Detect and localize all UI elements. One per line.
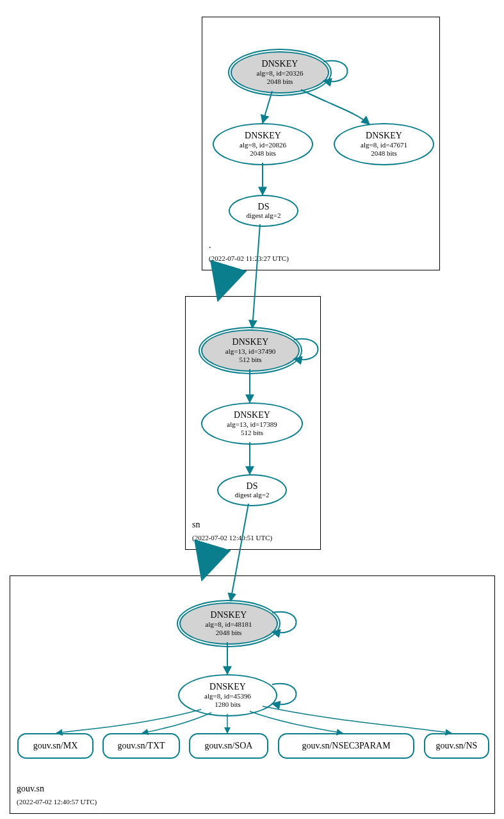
zone-sn-timestamp: (2022-07-02 12:40:51 UTC) <box>192 534 272 542</box>
node-sub: 512 bits <box>239 356 261 364</box>
node-rr-nsec3param: gouv.sn/NSEC3PARAM <box>278 733 414 759</box>
node-title: DS <box>258 202 270 211</box>
node-gouv-ksk: DNSKEY alg=8, id=48181 2048 bits <box>179 602 278 645</box>
node-title: DNSKEY <box>211 610 247 620</box>
node-root-ds: DS digest alg=2 <box>229 195 298 227</box>
rr-label: gouv.sn/TXT <box>117 741 165 750</box>
node-sub: 2048 bits <box>216 629 242 637</box>
node-rr-soa: gouv.sn/SOA <box>189 733 268 759</box>
node-title: DNSKEY <box>234 410 270 420</box>
node-sub: 512 bits <box>241 429 263 437</box>
zone-sn-name: sn <box>192 520 200 530</box>
node-title: DNSKEY <box>262 59 298 69</box>
node-sn-zsk: DNSKEY alg=13, id=17389 512 bits <box>201 402 303 445</box>
node-title: DNSKEY <box>232 337 269 347</box>
node-rr-mx: gouv.sn/MX <box>17 733 93 759</box>
node-gouv-zsk: DNSKEY alg=8, id=45396 1280 bits <box>178 674 277 716</box>
node-sub: alg=8, id=20826 <box>240 141 286 149</box>
node-sn-ds: DS digest alg=2 <box>217 474 287 506</box>
node-sub: alg=8, id=45396 <box>204 692 251 700</box>
node-rr-ns: gouv.sn/NS <box>424 733 489 759</box>
zone-gouv-name: gouv.sn <box>17 784 44 794</box>
node-sub: alg=13, id=17389 <box>227 420 277 429</box>
node-title: DNSKEY <box>366 131 402 140</box>
edge-root-to-sn-delegation <box>220 269 227 295</box>
zone-root-timestamp: (2022-07-02 11:23:27 UTC) <box>209 254 289 262</box>
node-sub: alg=8, id=20326 <box>257 69 304 78</box>
rr-label: gouv.sn/MX <box>33 741 78 750</box>
node-root-ksk: DNSKEY alg=8, id=20326 2048 bits <box>231 51 329 94</box>
node-sub: 2048 bits <box>250 149 276 158</box>
rr-label: gouv.sn/SOA <box>205 741 253 750</box>
node-title: DNSKEY <box>209 682 246 691</box>
rr-label: gouv.sn/NSEC3PARAM <box>302 741 390 750</box>
node-title: DNSKEY <box>245 131 281 140</box>
node-sub: 2048 bits <box>267 78 293 86</box>
node-sub: alg=13, id=37490 <box>225 347 275 356</box>
edge-sn-to-gouv-delegation <box>204 549 211 574</box>
rr-label: gouv.sn/NS <box>436 741 478 750</box>
node-sub: 2048 bits <box>371 149 397 158</box>
node-rr-txt: gouv.sn/TXT <box>102 733 180 759</box>
node-sub: 1280 bits <box>215 700 241 709</box>
node-sn-ksk: DNSKEY alg=13, id=37490 512 bits <box>201 329 300 372</box>
node-sub: digest alg=2 <box>234 491 269 499</box>
zone-gouv-timestamp: (2022-07-02 12:40:57 UTC) <box>17 798 97 806</box>
node-root-zsk2: DNSKEY alg=8, id=47671 2048 bits <box>334 123 434 165</box>
node-root-zsk1: DNSKEY alg=8, id=20826 2048 bits <box>213 123 313 165</box>
node-sub: alg=8, id=47671 <box>361 141 407 149</box>
node-title: DS <box>247 481 258 491</box>
node-sub: digest alg=2 <box>246 211 280 220</box>
node-sub: alg=8, id=48181 <box>206 620 252 629</box>
zone-root-name: . <box>209 240 211 251</box>
